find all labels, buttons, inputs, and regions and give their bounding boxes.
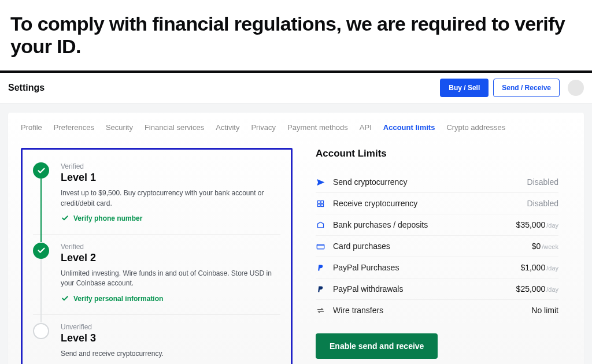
level-action-done: Verify phone number xyxy=(61,214,280,222)
limit-label: Bank purchases / deposits xyxy=(333,220,516,229)
limit-label: Send cryptocurrency xyxy=(333,177,527,187)
limit-row-paypal-purchase: PayPal Purchases $1,000/day xyxy=(316,257,558,278)
limits-panel: Account Limits Send cryptocurrency Disab… xyxy=(316,148,558,359)
level-status: Verified xyxy=(61,243,280,251)
limit-row-receive: Receive cryptocurrency Disabled xyxy=(316,192,558,214)
level-status: Verified xyxy=(61,162,280,170)
limit-row-wire: Wire transfers No limit xyxy=(316,299,558,321)
level-desc: Unlimited investing. Wire funds in and o… xyxy=(61,269,275,289)
level-name: Level 1 xyxy=(61,172,280,184)
circle-icon xyxy=(33,323,49,339)
banner-heading: To comply with financial regulations, we… xyxy=(10,13,582,58)
limit-value: $1,000/day xyxy=(520,263,558,272)
tab-payment-methods[interactable]: Payment methods xyxy=(287,123,348,132)
limit-row-send: Send cryptocurrency Disabled xyxy=(316,171,558,192)
paypal-icon xyxy=(316,263,325,272)
connector xyxy=(40,179,42,242)
limit-row-card: Card purchases $0/week xyxy=(316,235,558,257)
level-name: Level 2 xyxy=(61,252,280,264)
tab-privacy[interactable]: Privacy xyxy=(251,123,276,132)
compliance-banner: To comply with financial regulations, we… xyxy=(0,0,592,70)
svg-rect-2 xyxy=(317,204,320,206)
level-status: Unverified xyxy=(61,323,280,331)
settings-card: Profile Preferences Security Financial s… xyxy=(8,113,584,364)
levels-panel: Verified Level 1 Invest up to $9,500. Bu… xyxy=(21,148,293,364)
limit-value: $0/week xyxy=(532,242,558,251)
content: Verified Level 1 Invest up to $9,500. Bu… xyxy=(8,142,584,364)
limit-label: Wire transfers xyxy=(333,306,531,315)
buy-sell-button[interactable]: Buy / Sell xyxy=(440,79,489,97)
send-icon xyxy=(316,177,325,187)
limit-label: Receive cryptocurrency xyxy=(333,199,527,208)
limit-row-paypal-withdraw: PayPal withdrawals $25,000/day xyxy=(316,278,558,299)
limit-value: Disabled xyxy=(527,177,558,187)
page-title: Settings xyxy=(8,83,435,93)
tab-account-limits[interactable]: Account limits xyxy=(383,123,435,132)
tab-security[interactable]: Security xyxy=(106,123,133,132)
tab-profile[interactable]: Profile xyxy=(21,123,42,132)
level-action-done: Verify personal information xyxy=(61,295,280,303)
topbar: Settings Buy / Sell Send / Receive xyxy=(0,73,592,103)
tab-financial-services[interactable]: Financial services xyxy=(145,123,204,132)
limit-value: $25,000/day xyxy=(516,284,558,294)
svg-rect-3 xyxy=(321,204,323,206)
settings-tabs: Profile Preferences Security Financial s… xyxy=(8,117,584,142)
limits-heading: Account Limits xyxy=(316,148,558,159)
page-body: Profile Preferences Security Financial s… xyxy=(0,103,592,364)
level-desc: Send and receive cryptocurrency. xyxy=(61,349,275,359)
level-name: Level 3 xyxy=(61,332,280,344)
limit-value: Disabled xyxy=(527,199,558,208)
tab-crypto-addresses[interactable]: Crypto addresses xyxy=(446,123,505,132)
limit-value: $35,000/day xyxy=(516,220,558,229)
limit-label: Card purchases xyxy=(333,242,532,251)
check-icon xyxy=(33,162,49,179)
level-1: Verified Level 1 Invest up to $9,500. Bu… xyxy=(33,162,280,235)
enable-send-receive-button[interactable]: Enable send and receive xyxy=(316,333,438,359)
limit-label: PayPal withdrawals xyxy=(333,284,516,294)
paypal-dark-icon xyxy=(316,284,325,294)
tab-api[interactable]: API xyxy=(360,123,372,132)
limit-value: No limit xyxy=(531,306,558,315)
tab-preferences[interactable]: Preferences xyxy=(54,123,94,132)
level-desc: Invest up to $9,500. Buy cryptocurrency … xyxy=(61,188,275,209)
level-action-label: Verify phone number xyxy=(73,214,142,222)
svg-rect-1 xyxy=(321,200,323,203)
avatar[interactable] xyxy=(568,80,584,96)
limit-label: PayPal Purchases xyxy=(333,263,520,272)
level-2: Verified Level 2 Unlimited investing. Wi… xyxy=(33,243,280,315)
check-small-icon xyxy=(61,295,69,303)
bank-icon xyxy=(316,220,325,229)
level-3: Unverified Level 3 Send and receive cryp… xyxy=(33,323,280,364)
wire-icon xyxy=(316,306,325,315)
connector xyxy=(40,259,42,322)
receive-icon xyxy=(316,199,325,208)
limit-row-bank: Bank purchases / deposits $35,000/day xyxy=(316,214,558,235)
send-receive-button[interactable]: Send / Receive xyxy=(493,79,560,97)
svg-rect-4 xyxy=(317,244,324,248)
card-icon xyxy=(316,242,325,251)
level-action-label: Verify personal information xyxy=(73,295,163,303)
tab-activity[interactable]: Activity xyxy=(216,123,239,132)
check-small-icon xyxy=(61,214,69,222)
svg-rect-0 xyxy=(317,200,320,203)
check-icon xyxy=(33,243,49,259)
